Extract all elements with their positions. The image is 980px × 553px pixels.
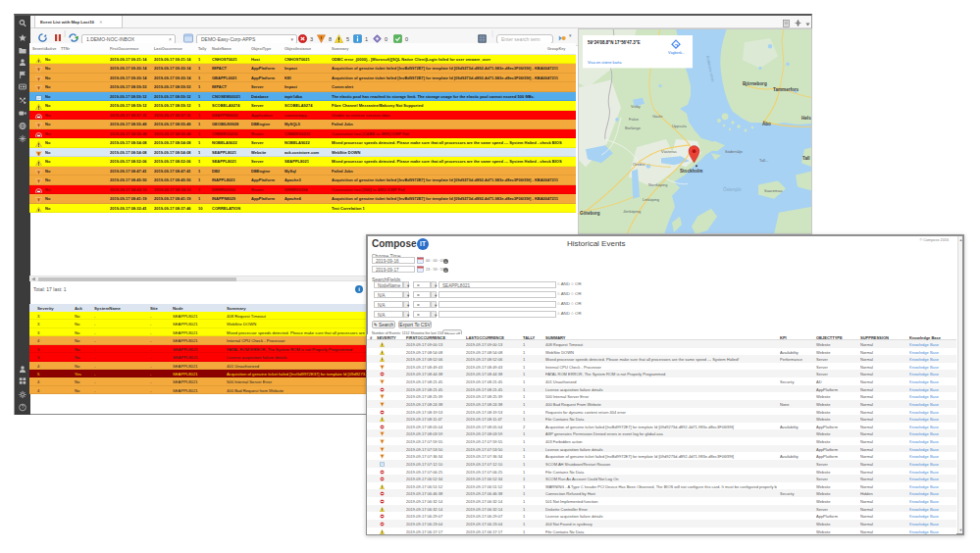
svg-text:Visby: Visby <box>631 104 641 109</box>
svg-text:Östersjön: Östersjön <box>723 186 742 192</box>
svg-text:Saaremaa: Saaremaa <box>764 188 783 193</box>
svg-text:Jönköping: Jönköping <box>623 209 641 214</box>
svg-text:Hels: Hels <box>801 116 811 121</box>
svg-text:Tammerfors: Tammerfors <box>773 87 799 92</box>
svg-text:Södertälje: Södertälje <box>725 149 744 154</box>
svg-text:Stockholm: Stockholm <box>680 169 702 174</box>
svg-text:Tall: Tall <box>802 156 810 161</box>
svg-text:Örebro: Örebro <box>633 162 645 167</box>
svg-text:Norrköping: Norrköping <box>648 182 667 187</box>
svg-text:Västerås: Västerås <box>661 149 677 154</box>
svg-text:Visa en större karta: Visa en större karta <box>588 60 622 65</box>
svg-text:?: ? <box>22 405 25 410</box>
svg-text:Falun: Falun <box>629 117 639 122</box>
svg-text:Linköping: Linköping <box>643 197 659 202</box>
svg-text:Uppsala: Uppsala <box>672 124 687 128</box>
svg-text:Tall...: Tall... <box>759 158 768 163</box>
svg-text:Borlänge: Borlänge <box>625 126 642 130</box>
svg-text:Göteborg: Göteborg <box>580 211 600 216</box>
svg-text:Björneborg: Björneborg <box>743 81 767 86</box>
svg-text:Åbo: Åbo <box>762 121 771 126</box>
svg-text:59°24'08.8"N 17°56'47.3"E: 59°24'08.8"N 17°56'47.3"E <box>588 40 641 45</box>
svg-text:Gävle: Gävle <box>652 114 663 119</box>
svg-text:Vägbesk...: Vägbesk... <box>668 51 685 55</box>
